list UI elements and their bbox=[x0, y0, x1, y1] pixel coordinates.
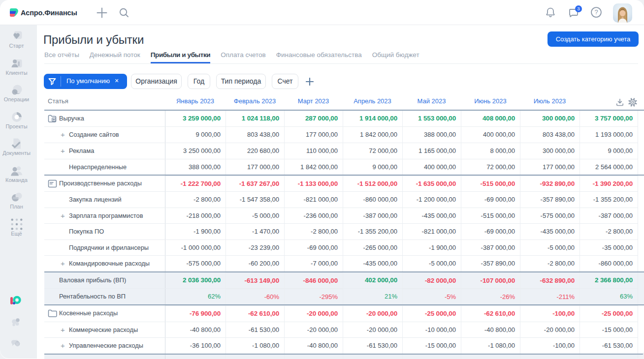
svg-text:?: ? bbox=[594, 8, 598, 16]
